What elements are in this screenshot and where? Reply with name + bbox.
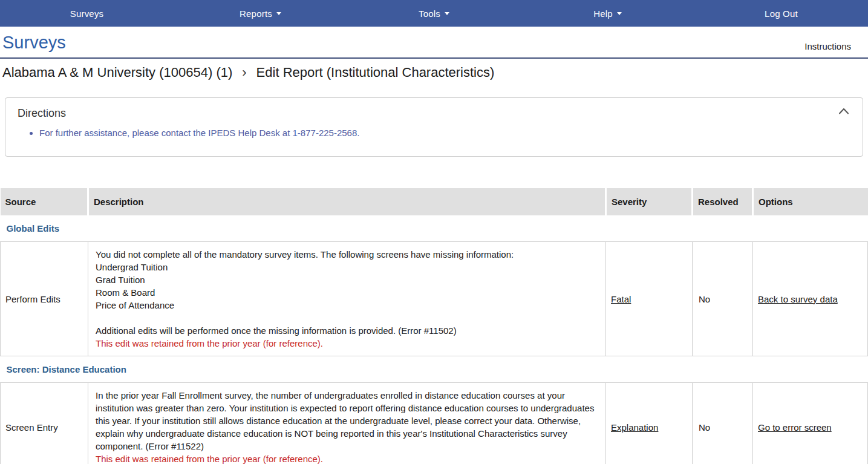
edit-report-table: Source Description Severity Resolved Opt…	[0, 188, 868, 464]
nav-item-help[interactable]: Help	[521, 0, 694, 27]
directions-list: For further assistance, please contact t…	[39, 127, 850, 139]
nav-item-logout[interactable]: Log Out	[694, 0, 868, 27]
retained-note: This edit was retained from the prior ye…	[96, 453, 598, 464]
options-cell: Go to error screen	[753, 383, 868, 464]
section-row-global-edits: Global Edits	[1, 215, 868, 242]
source-cell: Screen Entry	[1, 383, 88, 464]
col-header-severity: Severity	[606, 188, 693, 215]
chevron-up-icon	[838, 108, 849, 114]
resolved-cell: No	[693, 383, 753, 464]
col-header-resolved: Resolved	[693, 188, 753, 215]
resolved-cell: No	[693, 242, 753, 356]
col-header-description: Description	[88, 188, 606, 215]
breadcrumb-separator-icon: ›	[242, 65, 246, 80]
collapse-panel-button[interactable]	[838, 108, 849, 114]
chevron-down-icon	[617, 12, 622, 15]
section-row-distance-education: Screen: Distance Education	[1, 356, 868, 383]
nav-item-reports[interactable]: Reports	[174, 0, 347, 27]
severity-cell: Fatal	[606, 242, 693, 356]
table-row: Perform Edits You did not complete all o…	[1, 242, 868, 356]
description-cell: In the prior year Fall Enrollment survey…	[88, 383, 606, 464]
severity-cell: Explanation	[606, 383, 693, 464]
directions-panel: Directions For further assistance, pleas…	[5, 97, 863, 157]
options-cell: Back to survey data	[753, 242, 868, 356]
table-header-row: Source Description Severity Resolved Opt…	[1, 188, 868, 215]
page-header: Surveys Instructions	[0, 27, 868, 57]
breadcrumb-institution[interactable]: Alabama A & M University (100654) (1)	[2, 65, 232, 80]
col-header-source: Source	[1, 188, 88, 215]
retained-note: This edit was retained from the prior ye…	[96, 337, 598, 350]
nav-item-label: Tools	[419, 8, 440, 19]
description-text: You did not complete all of the mandator…	[96, 248, 598, 337]
nav-item-label: Log Out	[765, 8, 798, 19]
nav-item-label: Reports	[240, 8, 272, 19]
section-title: Global Edits	[1, 215, 868, 242]
chevron-down-icon	[276, 12, 281, 15]
source-cell: Perform Edits	[1, 242, 88, 356]
severity-link[interactable]: Fatal	[611, 294, 631, 304]
description-text: In the prior year Fall Enrollment survey…	[96, 389, 598, 453]
nav-item-label: Help	[593, 8, 613, 19]
table-row: Screen Entry In the prior year Fall Enro…	[1, 383, 868, 464]
col-header-options: Options	[753, 188, 868, 215]
directions-title: Directions	[18, 107, 850, 120]
description-cell: You did not complete all of the mandator…	[88, 242, 606, 356]
breadcrumb: Alabama A & M University (100654) (1) › …	[0, 59, 868, 88]
page-title: Surveys	[2, 33, 66, 53]
breadcrumb-current-page: Edit Report (Institutional Characteristi…	[256, 65, 495, 80]
go-to-error-screen-link[interactable]: Go to error screen	[758, 422, 832, 433]
nav-item-surveys[interactable]: Surveys	[0, 0, 174, 27]
nav-item-tools[interactable]: Tools	[347, 0, 521, 27]
explanation-link[interactable]: Explanation	[611, 422, 658, 433]
back-to-survey-data-link[interactable]: Back to survey data	[758, 294, 838, 304]
directions-item: For further assistance, please contact t…	[39, 127, 850, 139]
chevron-down-icon	[445, 12, 449, 15]
instructions-link[interactable]: Instructions	[804, 41, 851, 53]
nav-item-label: Surveys	[70, 8, 104, 19]
section-title: Screen: Distance Education	[1, 356, 868, 383]
top-nav: Surveys Reports Tools Help Log Out	[0, 0, 868, 27]
